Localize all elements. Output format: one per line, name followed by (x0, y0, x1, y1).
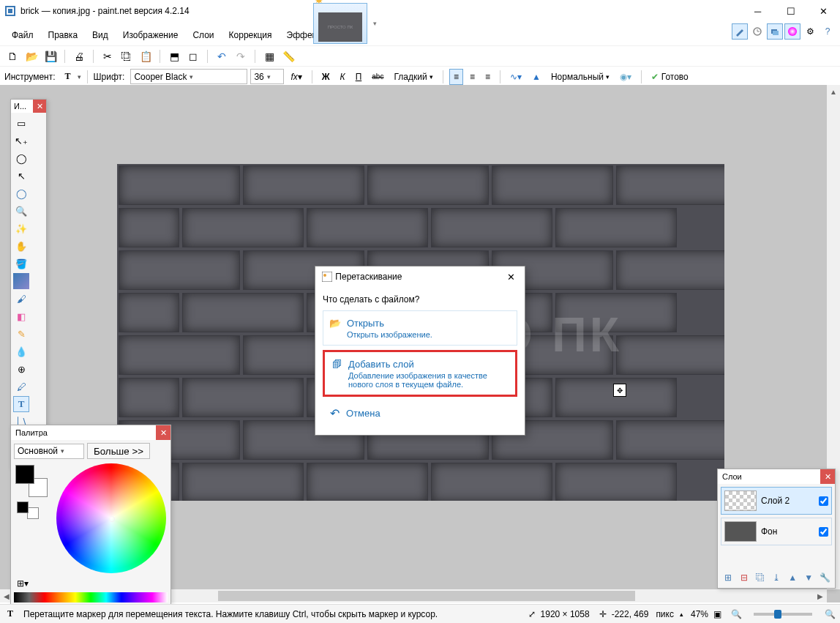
layer-add-button[interactable]: ⊞ (721, 570, 735, 585)
menu-view[interactable]: Вид (85, 27, 116, 43)
tool-paint-bucket[interactable]: 🪣 (13, 255, 29, 272)
layers-panel-close[interactable]: ✕ (820, 469, 835, 484)
undo-button[interactable]: ↶ (214, 48, 230, 64)
maximize-button[interactable]: ☐ (774, 0, 807, 22)
tool-move-pixels[interactable]: ↖ (13, 168, 29, 184)
layer-visible-checkbox[interactable] (819, 496, 828, 506)
zoom-fit-icon[interactable]: ▣ (711, 608, 723, 620)
tool-pan[interactable]: ✋ (13, 238, 29, 254)
menu-layers[interactable]: Слои (185, 27, 221, 43)
tool-color-picker[interactable]: 💧 (13, 343, 29, 359)
tools-panel-title: И... (14, 102, 26, 111)
font-size-combo[interactable]: 36▾ (250, 69, 284, 84)
zoom-out-icon[interactable]: 🔍 (730, 608, 742, 620)
layer-visible-checkbox[interactable] (819, 527, 828, 537)
save-button[interactable]: 💾 (42, 48, 59, 64)
layer-up-button[interactable]: ▲ (786, 570, 800, 585)
layer-item[interactable]: Фон (721, 518, 832, 545)
menu-adjustments[interactable]: Коррекция (222, 27, 280, 43)
print-button[interactable]: 🖨 (71, 48, 87, 64)
tool-text[interactable]: T (13, 396, 29, 412)
tool-icon-text[interactable]: T (61, 69, 75, 85)
blend-mode-combo[interactable]: Нормальный ▾ (547, 69, 614, 85)
history-window-toggle[interactable] (749, 23, 765, 40)
italic-button[interactable]: К (337, 69, 349, 85)
dialog-option-open[interactable]: 📂Открыть Открыть изображение. (323, 310, 517, 346)
antialias-button[interactable]: ∿▾ (506, 69, 525, 85)
deselect-button[interactable]: ◻ (185, 48, 201, 64)
blend-fill-button[interactable]: ▲ (528, 69, 544, 85)
layer-item[interactable]: Слой 2 (721, 487, 832, 515)
colors-panel-close[interactable]: ✕ (156, 425, 170, 440)
bold-button[interactable]: Ж (318, 69, 334, 85)
document-thumb[interactable]: ✸ ПРОСТО ПК (313, 3, 367, 44)
tools-window-toggle[interactable] (732, 23, 748, 40)
minimize-button[interactable]: ─ (741, 0, 774, 22)
color-wheel[interactable] (56, 463, 166, 573)
align-left-button[interactable]: ≡ (449, 69, 463, 85)
add-color-button[interactable]: ⊞▾ (15, 578, 30, 589)
zoom-slider[interactable] (754, 613, 812, 616)
tool-recolor[interactable]: 🖊 (13, 378, 29, 395)
grid-button[interactable]: ▦ (261, 48, 277, 64)
tool-paintbrush[interactable]: 🖌 (13, 291, 29, 307)
layer-delete-button[interactable]: ⊟ (737, 570, 751, 585)
color-mode-combo[interactable]: Основной▾ (14, 444, 84, 459)
cut-button[interactable]: ✂ (100, 48, 116, 64)
render-mode-combo[interactable]: Гладкий ▾ (390, 69, 437, 85)
ruler-button[interactable]: 📏 (280, 48, 296, 64)
settings-button[interactable]: ⚙ (802, 23, 818, 40)
new-button[interactable]: 🗋 (4, 48, 20, 64)
commit-button[interactable]: ✔ Готово (648, 69, 691, 85)
svg-rect-5 (773, 31, 779, 35)
layer-duplicate-button[interactable]: ⿻ (753, 570, 767, 585)
thumb-list-dropdown-icon[interactable]: ▾ (373, 20, 377, 27)
crop-button[interactable]: ⬒ (166, 48, 182, 64)
layer-thumb-icon (724, 521, 757, 542)
font-family-combo[interactable]: Cooper Black▾ (130, 69, 247, 84)
fg-bg-swatch-large[interactable] (15, 465, 48, 497)
text-move-handle[interactable]: ✥ (613, 384, 626, 397)
help-button[interactable]: ? (820, 23, 836, 40)
tool-ellipse-select[interactable]: ◯ (13, 185, 29, 201)
redo-button[interactable]: ↷ (233, 48, 249, 64)
blend-icon-button[interactable]: ◉▾ (616, 69, 635, 85)
paste-button[interactable]: 📋 (138, 48, 154, 64)
align-right-button[interactable]: ≡ (481, 69, 494, 85)
align-center-button[interactable]: ≡ (466, 69, 479, 85)
copy-button[interactable]: ⿻ (119, 48, 135, 64)
font-metrics-button[interactable]: fx▾ (287, 69, 305, 85)
menu-file[interactable]: Файл (4, 27, 41, 43)
tool-clone-stamp[interactable]: ⊕ (13, 361, 29, 377)
layers-window-toggle[interactable] (767, 23, 783, 40)
tool-magic-wand[interactable]: ✨ (13, 220, 29, 236)
dialog-close-button[interactable]: ✕ (503, 269, 519, 285)
dialog-cancel[interactable]: ↶ Отмена (323, 401, 517, 425)
colors-more-button[interactable]: Больше >> (87, 443, 150, 459)
underline-button[interactable]: П (352, 69, 366, 85)
layer-thumb-icon (724, 490, 757, 511)
tool-rect-select[interactable]: ▭ (13, 115, 29, 131)
menu-edit[interactable]: Правка (41, 27, 86, 43)
layer-properties-button[interactable]: 🔧 (818, 570, 832, 585)
tool-eraser[interactable]: ◧ (13, 308, 29, 324)
tool-gradient[interactable] (13, 273, 29, 289)
fg-bg-swatch-small[interactable] (17, 501, 39, 519)
layer-merge-button[interactable]: ⤓ (769, 570, 783, 585)
zoom-in-icon[interactable]: 🔍 (824, 608, 836, 620)
tool-lasso[interactable]: ◯ (13, 150, 29, 166)
close-button[interactable]: ✕ (807, 0, 840, 22)
layer-down-button[interactable]: ▼ (802, 570, 816, 585)
colors-window-toggle[interactable] (784, 23, 800, 40)
tool-pencil[interactable]: ✎ (13, 326, 29, 342)
menu-image[interactable]: Изображение (116, 27, 186, 43)
unit-dropdown-icon[interactable]: ▴ (680, 611, 683, 618)
tool-move-selection[interactable]: ↖₊ (13, 133, 29, 149)
color-swatches[interactable] (14, 592, 168, 603)
dialog-option-add-layer[interactable]: 🗐Добавить слой Добавление изображения в … (323, 350, 517, 397)
tools-panel-close[interactable]: ✕ (33, 100, 46, 113)
tool-zoom[interactable]: 🔍 (13, 203, 29, 219)
open-button[interactable]: 📂 (23, 48, 40, 64)
app-icon (4, 5, 16, 17)
strike-button[interactable]: abc (368, 69, 387, 85)
